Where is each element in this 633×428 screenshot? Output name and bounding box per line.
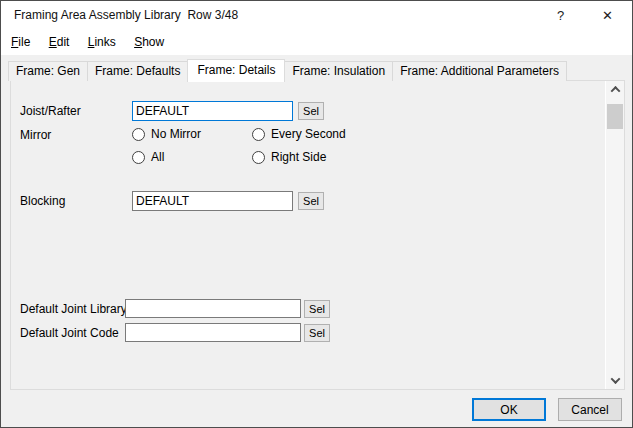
- radio-every-second[interactable]: [252, 128, 265, 141]
- radio-all-label: All: [151, 151, 164, 164]
- scroll-up-button[interactable]: [606, 81, 624, 98]
- tab-frame-insulation[interactable]: Frame: Insulation: [284, 61, 393, 81]
- mirror-label: Mirror: [20, 128, 51, 143]
- tab-frame-details[interactable]: Frame: Details: [187, 59, 285, 82]
- radio-every-second-label: Every Second: [271, 128, 346, 141]
- tab-frame-defaults[interactable]: Frame: Defaults: [87, 61, 188, 81]
- radio-option-right-side[interactable]: Right Side: [252, 150, 326, 164]
- radio-option-no-mirror[interactable]: No Mirror: [132, 127, 201, 141]
- default-joint-code-sel-button[interactable]: Sel: [304, 324, 330, 342]
- radio-right-side[interactable]: [252, 151, 265, 164]
- radio-option-all[interactable]: All: [132, 150, 164, 164]
- default-joint-library-label: Default Joint Library: [20, 302, 127, 317]
- menu-item-links[interactable]: Links: [81, 30, 123, 54]
- radio-all[interactable]: [132, 151, 145, 164]
- ok-button[interactable]: OK: [472, 398, 546, 421]
- scroll-down-button[interactable]: [606, 372, 624, 389]
- scroll-thumb[interactable]: [607, 104, 623, 129]
- title-bar: Framing Area Assembly Library Row 3/48 ?…: [1, 1, 632, 30]
- help-button[interactable]: ?: [538, 1, 583, 30]
- scroll-down-icon: [610, 374, 620, 384]
- menu-item-edit[interactable]: Edit: [42, 30, 77, 54]
- dialog-window: Framing Area Assembly Library Row 3/48 ?…: [0, 0, 633, 428]
- joist-rafter-sel-button[interactable]: Sel: [298, 102, 324, 120]
- scroll-up-icon: [610, 86, 620, 96]
- menu-item-file[interactable]: File: [4, 30, 37, 54]
- cancel-button[interactable]: Cancel: [558, 398, 622, 421]
- tab-bar: Frame: Gen Frame: Defaults Frame: Detail…: [8, 58, 566, 81]
- menu-item-show[interactable]: Show: [127, 30, 171, 54]
- radio-option-every-second[interactable]: Every Second: [252, 127, 346, 141]
- default-joint-library-input[interactable]: [125, 299, 301, 318]
- window-title: Framing Area Assembly Library Row 3/48: [14, 1, 238, 30]
- blocking-sel-button[interactable]: Sel: [298, 192, 324, 210]
- close-icon: ✕: [602, 8, 613, 23]
- tab-frame-additional-parameters[interactable]: Frame: Additional Parameters: [392, 61, 567, 81]
- default-joint-code-input[interactable]: [125, 323, 301, 342]
- menu-bar: File Edit Links Show: [1, 30, 632, 55]
- default-joint-library-sel-button[interactable]: Sel: [304, 300, 330, 318]
- blocking-label: Blocking: [20, 194, 65, 209]
- blocking-input[interactable]: [132, 191, 293, 211]
- help-icon: ?: [557, 8, 564, 23]
- joist-rafter-label: Joist/Rafter: [20, 104, 81, 119]
- radio-right-side-label: Right Side: [271, 151, 326, 164]
- joist-rafter-input[interactable]: [132, 101, 293, 121]
- radio-no-mirror[interactable]: [132, 128, 145, 141]
- close-button[interactable]: ✕: [585, 1, 630, 30]
- default-joint-code-label: Default Joint Code: [20, 326, 119, 341]
- vertical-scrollbar[interactable]: [605, 81, 624, 389]
- tab-content-panel: Joist/Rafter Sel Mirror No Mirror Every …: [10, 80, 625, 390]
- radio-no-mirror-label: No Mirror: [151, 128, 201, 141]
- tab-frame-gen[interactable]: Frame: Gen: [8, 61, 88, 81]
